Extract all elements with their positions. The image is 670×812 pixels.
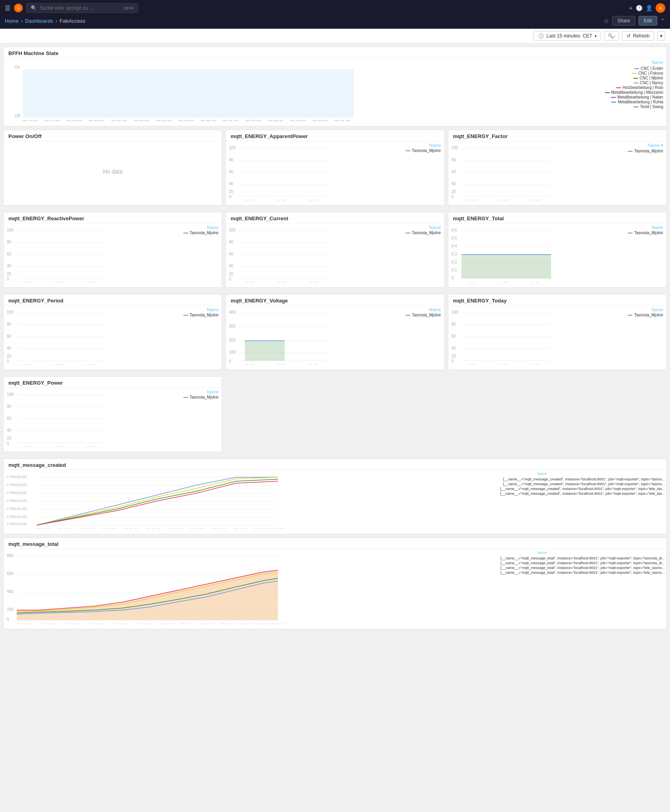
reactive-power-legend-item: Tasmota_Mjolnir [183,231,219,235]
user-icon[interactable]: 👤 [646,5,652,11]
energy-today-legend-item: Tasmota_Mjolnir [628,313,663,317]
breadcrumb-dashboards[interactable]: Dashboards [25,18,53,24]
svg-text:20: 20 [7,436,12,441]
message-created-legend-title[interactable]: Name [537,472,665,476]
svg-text:09:20: 09:20 [245,199,254,200]
reactive-power-legend-title[interactable]: Name [183,225,219,230]
energy-total-legend-title[interactable]: Name [628,225,663,230]
refresh-button[interactable]: ↺ Refresh [622,31,654,41]
energy-current-legend-item: Tasmota_Mjolnir [406,231,441,235]
apparent-power-chart: 100 80 60 40 20 0 09:20 09:25 09:30 [229,144,441,200]
breadcrumb-actions: ☆ Share Edit ⌃ [603,16,665,26]
panel-row-4: mqtt_ENERGY_Power 100 80 60 40 20 0 09:2… [3,376,667,455]
menu-icon[interactable]: ☰ [5,4,10,12]
clock-icon[interactable]: 🕐 [636,5,642,11]
svg-text:0.1: 0.1 [451,268,457,272]
svg-rect-8 [23,69,354,117]
svg-text:0: 0 [229,195,231,199]
energy-current-legend-title[interactable]: Name [406,225,441,230]
svg-text:60: 60 [7,416,12,421]
svg-text:09:28:00: 09:28:00 [270,528,284,529]
svg-text:60: 60 [229,170,234,174]
star-button[interactable]: ☆ [603,17,609,25]
plus-icon[interactable]: + [629,5,633,11]
legend-item-fokoos: CNC | Fokoos [605,71,663,75]
svg-text:09:20:00: 09:20:00 [89,120,104,121]
svg-text:40: 40 [7,264,12,268]
svg-text:600: 600 [7,571,14,576]
svg-text:1730191175: 1730191175 [7,499,27,503]
svg-text:40: 40 [7,428,12,433]
energy-period-legend-title[interactable]: Name [183,307,219,312]
panel-title-message-created: mqtt_message_created [4,459,666,470]
panel-reactive-power: mqtt_ENERGY_ReactivePower 100 80 60 40 2… [3,212,222,288]
svg-text:60: 60 [229,252,234,256]
svg-text:1730191100: 1730191100 [7,522,27,526]
energy-power-legend-title[interactable]: Name [183,389,219,394]
panel-energy-power: mqtt_ENERGY_Power 100 80 60 40 20 0 09:2… [3,376,222,452]
svg-text:09:17:00: 09:17:00 [37,528,51,529]
svg-text:400: 400 [229,310,236,314]
search-bar[interactable]: 🔍 ctrl+k [26,3,138,13]
svg-text:60: 60 [451,170,456,174]
avatar[interactable]: A [656,3,665,13]
svg-text:20: 20 [229,272,234,276]
svg-text:09:22:00: 09:22:00 [138,623,152,624]
svg-text:09:24:00: 09:24:00 [190,528,204,529]
svg-text:1730191225: 1730191225 [7,483,27,487]
energy-voltage-chart: 400 300 200 100 0 09:20 09:25 09:30 [229,309,441,365]
refresh-dropdown-button[interactable]: ▾ [657,31,665,41]
legend-item-mjolnir: CNC | Mjolnir [605,76,663,80]
panel-bffh-machine-state: BFFH Machine State On Off 09:17:00 09:18… [3,47,667,126]
energy-period-chart: 100 80 60 40 20 0 09:20 09:25 09:30 [7,309,219,365]
svg-text:09:30: 09:30 [87,446,96,447]
svg-text:09:21:00: 09:21:00 [124,528,138,529]
svg-text:09:20: 09:20 [467,281,477,283]
svg-text:09:24:00: 09:24:00 [180,623,194,624]
svg-text:0.5: 0.5 [451,236,457,240]
breadcrumb-home[interactable]: Home [5,18,19,24]
svg-text:0.2: 0.2 [451,260,457,264]
panel-energy-current: mqtt_ENERGY_Current 100 80 60 40 20 0 09… [225,212,444,288]
svg-text:0: 0 [229,359,231,364]
msg-total-legend-item-4: {__name__="mqtt_message_total", instance… [537,571,665,575]
svg-text:0: 0 [451,276,454,280]
panel-title-energy-today: mqtt_ENERGY_Today [448,294,666,306]
svg-text:0: 0 [7,359,9,364]
energy-voltage-legend-title[interactable]: Name [406,307,441,312]
energy-factor-legend-item: Tasmota_Mjolnir [628,149,663,153]
svg-marker-93 [461,255,551,279]
search-input[interactable] [40,5,121,11]
apparent-power-legend-item: Tasmota_Mjolnir [406,148,441,153]
svg-text:09:18:00: 09:18:00 [43,623,57,624]
svg-text:20: 20 [7,272,12,276]
svg-text:400: 400 [7,589,14,594]
chevron-down-icon: ▾ [595,34,597,38]
zoom-out-button[interactable]: 🔍- [604,31,619,41]
energy-factor-legend-title[interactable]: Name ▾ [628,143,663,148]
energy-today-legend-title[interactable]: Name [628,307,663,312]
search-shortcut: ctrl+k [124,6,134,10]
apparent-power-legend-title[interactable]: Name [406,143,441,148]
legend-item-mezzanin: Metallbearbeitung | Mezzanin [605,90,663,95]
time-range-label: Last 15 minutes [546,33,580,39]
panel-title-power-onoff: Power On/Off [4,130,222,141]
time-range-button[interactable]: 🕐 Last 15 minutes CET ▾ [534,31,601,41]
svg-text:09:25:00: 09:25:00 [212,528,226,529]
clock-icon-small: 🕐 [538,33,544,39]
energy-period-legend-item: Tasmota_Mjolnir [183,313,219,317]
svg-text:G: G [17,6,20,10]
energy-period-legend: Name Tasmota_Mjolnir [183,307,219,317]
share-button[interactable]: Share [612,16,635,26]
panel-title-energy-total: mqtt_ENERGY_Total [448,212,666,223]
svg-text:40: 40 [451,182,456,186]
svg-text:40: 40 [229,264,234,268]
collapse-button[interactable]: ⌃ [660,18,665,24]
bffh-legend-title[interactable]: Name [605,60,663,65]
top-bar: ☰ G 🔍 ctrl+k + 🕐 👤 A [0,0,670,16]
panel-energy-total: mqtt_ENERGY_Total 0.6 0.5 0.4 0.3 0.2 0.… [448,212,667,288]
message-total-legend-title[interactable]: Name [537,551,665,555]
edit-button[interactable]: Edit [638,16,657,26]
svg-text:80: 80 [451,322,456,326]
svg-text:20: 20 [7,354,12,358]
